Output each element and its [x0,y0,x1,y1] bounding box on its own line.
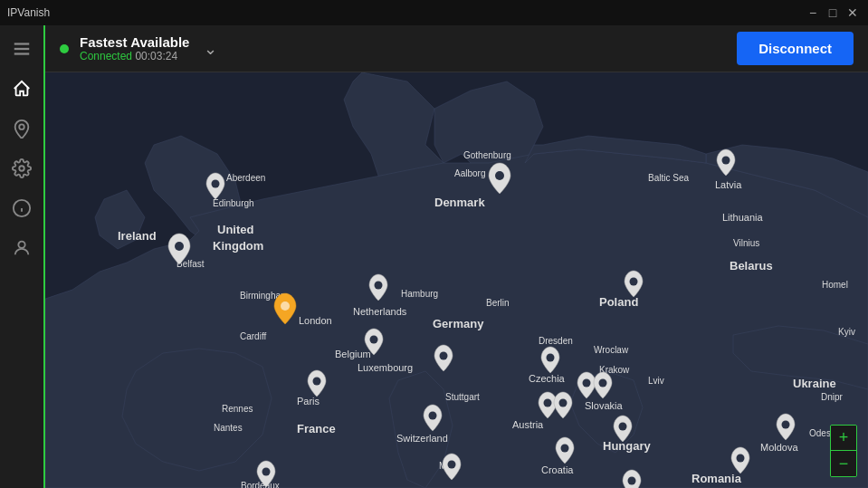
svg-point-3 [19,124,24,129]
connection-timer: 00:03:24 [135,50,177,62]
svg-point-22 [175,242,184,251]
status-dot [60,44,69,53]
svg-point-26 [722,157,730,165]
app-title-text: IPVanish [7,6,50,19]
svg-point-36 [544,399,552,407]
maximize-button[interactable]: □ [825,5,841,21]
svg-point-38 [619,423,627,431]
sidebar-item-account[interactable] [5,232,38,264]
chevron-down-icon[interactable]: ⌄ [204,39,217,59]
window-controls: − □ ✕ [805,5,861,21]
svg-point-8 [18,242,24,248]
close-button[interactable]: ✕ [844,5,861,21]
sidebar-item-settings[interactable] [5,152,38,185]
svg-point-23 [281,301,290,311]
svg-point-37 [559,399,568,407]
svg-point-33 [547,354,555,362]
sidebar-item-home[interactable] [5,72,38,105]
svg-point-43 [262,468,271,476]
sidebar-item-location[interactable] [5,112,38,145]
zoom-in-button[interactable]: + [831,426,856,451]
svg-point-42 [628,477,636,485]
minimize-button[interactable]: − [805,5,821,21]
app-title: IPVanish [7,6,50,19]
app-layout: Fastest Available Connected 00:03:24 ⌄ D… [0,25,868,488]
map-container: Ireland United Kingdom Denmark Latvia Li… [45,72,868,488]
connection-info: Fastest Available Connected 00:03:24 [80,34,189,62]
svg-point-45 [448,461,456,469]
sidebar-item-info[interactable] [5,192,38,225]
svg-point-40 [737,455,745,463]
svg-point-35 [599,379,607,388]
svg-point-34 [583,379,591,388]
svg-point-32 [429,412,437,420]
svg-point-29 [440,352,448,360]
svg-point-24 [212,180,220,188]
svg-point-31 [313,378,321,386]
svg-point-27 [375,282,383,290]
title-bar: IPVanish − □ ✕ [0,0,868,25]
zoom-out-button[interactable]: − [831,451,856,476]
status-text: Connected [80,50,132,62]
sidebar-item-menu[interactable] [5,33,38,65]
map-zoom-controls: + − [830,425,857,477]
svg-point-25 [495,171,504,180]
disconnect-button[interactable]: Disconnect [737,32,854,65]
svg-point-41 [782,421,790,429]
sidebar [0,25,45,488]
svg-point-28 [630,278,638,286]
map-svg: Ireland United Kingdom Denmark Latvia Li… [45,72,868,488]
svg-point-30 [370,336,378,344]
svg-point-39 [561,445,569,453]
connection-name: Fastest Available [80,34,189,50]
header-bar: Fastest Available Connected 00:03:24 ⌄ D… [45,25,868,72]
svg-point-4 [19,166,24,171]
connection-status: Connected 00:03:24 [80,50,189,62]
